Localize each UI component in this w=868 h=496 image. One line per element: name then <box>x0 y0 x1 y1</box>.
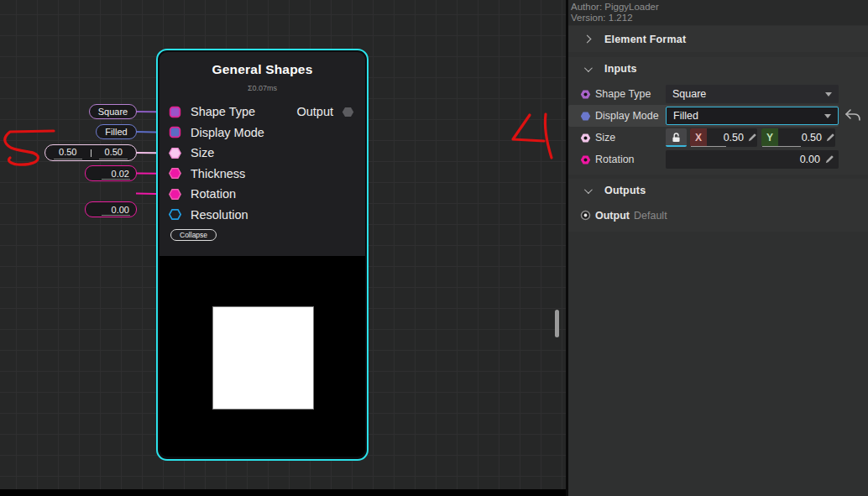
display-mode-port-icon[interactable] <box>169 126 181 138</box>
chevron-down-icon <box>584 64 593 72</box>
canvas-bottom-edge <box>0 489 567 496</box>
port-row-display-mode: Display Mode <box>158 123 363 144</box>
element-format-title: Element Format <box>604 34 686 45</box>
x-axis-chip: X <box>690 128 707 147</box>
node-editor-app: Square Filled 0.50 0.50 0.02 0.00 Genera… <box>0 0 868 496</box>
display-mode-bullet-icon <box>580 111 591 122</box>
input-row-size: Size X 0.50 Y 0.50 <box>568 127 868 149</box>
shape-type-selected-value: Square <box>672 88 706 100</box>
chevron-down-icon <box>584 185 593 194</box>
thickness-pill-value: 0.02 <box>112 169 129 179</box>
thickness-port-icon[interactable] <box>169 167 181 180</box>
element-format-header[interactable]: Element Format <box>568 26 868 52</box>
port-row-rotation: Rotation <box>158 184 363 205</box>
size-bullet-icon <box>580 133 591 144</box>
port-row-shape-type: Shape Type Output <box>158 102 363 123</box>
node-ports: Shape Type Output Display Mode <box>158 102 363 225</box>
size-port-icon[interactable] <box>169 147 181 159</box>
dropdown-caret-icon <box>824 114 831 118</box>
outputs-title: Outputs <box>604 185 646 196</box>
rotation-pill-value: 0.00 <box>112 205 129 215</box>
shape-type-value-pill[interactable]: Square <box>89 104 137 119</box>
port-row-resolution: Resolution <box>158 205 363 226</box>
outputs-header[interactable]: Outputs <box>568 179 868 202</box>
rotation-label: Rotation <box>595 154 635 165</box>
inputs-header[interactable]: Inputs <box>568 57 868 81</box>
undo-arrow-icon <box>844 108 862 122</box>
display-mode-dropdown[interactable]: Filled <box>666 107 839 125</box>
size-y-value[interactable]: 0.50 <box>92 145 137 160</box>
size-value-pill[interactable]: 0.50 0.50 <box>44 144 137 161</box>
node-graph-canvas[interactable]: Square Filled 0.50 0.50 0.02 0.00 Genera… <box>0 0 567 496</box>
reset-value-button[interactable] <box>843 108 863 123</box>
display-mode-selected-value: Filled <box>673 110 698 122</box>
node-meta: Author: PiggyLoader Version: 1.212 <box>568 0 868 25</box>
handwritten-4-annotation <box>513 114 552 158</box>
axis-lock-button[interactable] <box>666 128 687 147</box>
rotation-input[interactable]: 0.00 <box>800 154 820 165</box>
general-shapes-node[interactable]: General Shapes Σ0.07ms Shape Type Output <box>156 49 369 461</box>
output-default-value: Default <box>634 210 667 222</box>
rotation-bullet-icon <box>580 154 591 165</box>
shape-type-dropdown[interactable]: Square <box>666 85 839 103</box>
size-label: Size <box>595 132 615 144</box>
rotation-port-icon[interactable] <box>169 188 181 201</box>
rotation-value-pill[interactable]: 0.00 <box>85 201 137 217</box>
port-row-size: Size <box>158 143 363 164</box>
canvas-scrollbar-thumb[interactable] <box>555 310 559 337</box>
collapse-button[interactable]: Collapse <box>170 229 217 241</box>
properties-panel: Author: PiggyLoader Version: 1.212 Eleme… <box>568 0 868 496</box>
dropdown-caret-icon <box>825 92 832 97</box>
port-label-size: Size <box>191 146 214 159</box>
output-bullet-icon <box>580 210 591 221</box>
node-preview <box>159 256 365 457</box>
size-y-input[interactable]: 0.50 <box>778 132 825 144</box>
y-axis-chip: Y <box>761 128 778 147</box>
size-x-input[interactable]: 0.50 <box>707 132 747 144</box>
shape-type-pill-value: Square <box>98 107 128 117</box>
port-label-resolution: Resolution <box>191 208 248 222</box>
resolution-port-icon[interactable] <box>169 208 181 221</box>
lock-icon <box>671 132 682 143</box>
shape-type-label: Shape Type <box>595 88 651 100</box>
output-port-icon[interactable] <box>342 106 354 118</box>
port-row-thickness: Thickness <box>158 164 363 185</box>
shape-type-port-icon[interactable] <box>169 106 181 118</box>
section-element-format: Element Format <box>568 26 868 52</box>
inputs-title: Inputs <box>604 63 637 75</box>
rotation-field[interactable]: 0.00 <box>666 150 839 169</box>
port-label-thickness: Thickness <box>191 167 245 180</box>
node-author: Author: PiggyLoader <box>571 2 868 13</box>
size-x-value[interactable]: 0.50 <box>45 145 91 160</box>
section-outputs: Outputs Output Default <box>568 179 868 232</box>
chevron-right-icon <box>583 35 592 44</box>
node-title: General Shapes <box>159 52 365 77</box>
output-port-label: Output <box>296 105 333 118</box>
input-row-shape-type: Shape Type Square <box>568 83 868 105</box>
node-exec-time: Σ0.07ms <box>159 84 365 92</box>
node-version: Version: 1.212 <box>571 13 868 23</box>
input-row-rotation: Rotation 0.00 <box>568 149 868 170</box>
port-label-display-mode: Display Mode <box>191 126 264 139</box>
size-x-field[interactable]: X 0.50 <box>690 128 757 147</box>
edit-pencil-icon[interactable] <box>825 133 835 143</box>
shape-type-bullet-icon <box>580 89 591 100</box>
input-row-display-mode: Display Mode Filled <box>568 105 839 127</box>
output-row: Output Default <box>568 205 868 228</box>
port-label-rotation: Rotation <box>191 187 236 201</box>
section-inputs: Inputs Shape Type Square Display <box>568 57 868 175</box>
edit-pencil-icon[interactable] <box>747 133 757 143</box>
display-mode-label: Display Mode <box>595 110 659 122</box>
display-mode-pill-value: Filled <box>105 127 127 137</box>
display-mode-value-pill[interactable]: Filled <box>96 124 137 139</box>
thickness-value-pill[interactable]: 0.02 <box>85 165 137 181</box>
port-label-shape-type: Shape Type <box>191 105 255 118</box>
size-y-field[interactable]: Y 0.50 <box>761 128 835 147</box>
edit-pencil-icon[interactable] <box>824 154 834 164</box>
preview-shape-square <box>212 306 314 410</box>
output-label: Output <box>595 210 630 222</box>
